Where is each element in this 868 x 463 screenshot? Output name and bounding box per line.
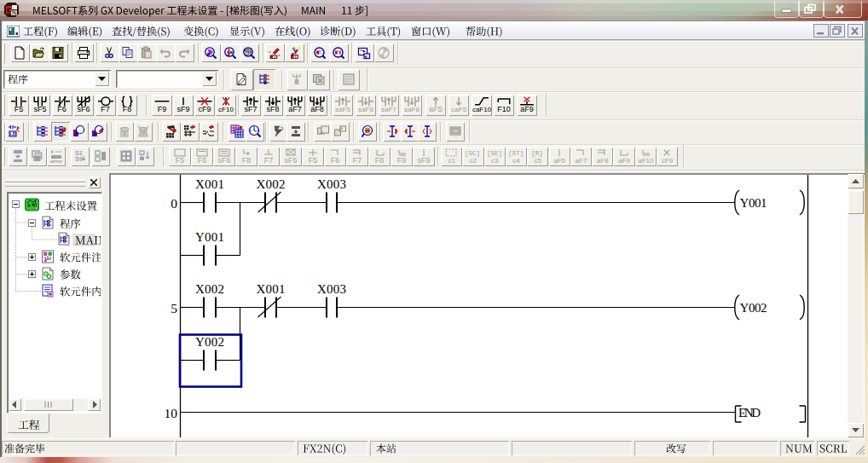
svg-text:X003: X003	[317, 177, 346, 191]
svg-text:123: 123	[245, 52, 252, 56]
svg-text:[R]: [R]	[531, 150, 543, 157]
svg-text:Y002: Y002	[195, 335, 224, 349]
svg-text:END: END	[738, 406, 761, 420]
svg-text:[ST]: [ST]	[509, 150, 523, 157]
svg-text:X002: X002	[257, 177, 286, 191]
svg-text:Y002: Y002	[740, 301, 767, 315]
svg-text:5: 5	[171, 301, 177, 315]
svg-text:[SC]: [SC]	[466, 150, 479, 157]
svg-text:0: 0	[171, 196, 177, 211]
svg-text:X001: X001	[257, 282, 286, 296]
svg-text:error: error	[50, 159, 63, 164]
svg-text:LD: LD	[9, 131, 15, 136]
svg-text:X003: X003	[317, 282, 346, 296]
svg-text:Y001: Y001	[195, 230, 224, 244]
svg-text:Y001: Y001	[740, 196, 767, 210]
svg-text:S1: S1	[75, 150, 83, 156]
svg-text:[SE]: [SE]	[488, 150, 501, 157]
svg-text:X002: X002	[195, 282, 224, 296]
svg-text:S9: S9	[75, 156, 83, 162]
svg-text:X001: X001	[195, 177, 224, 191]
svg-text:10: 10	[165, 406, 178, 420]
